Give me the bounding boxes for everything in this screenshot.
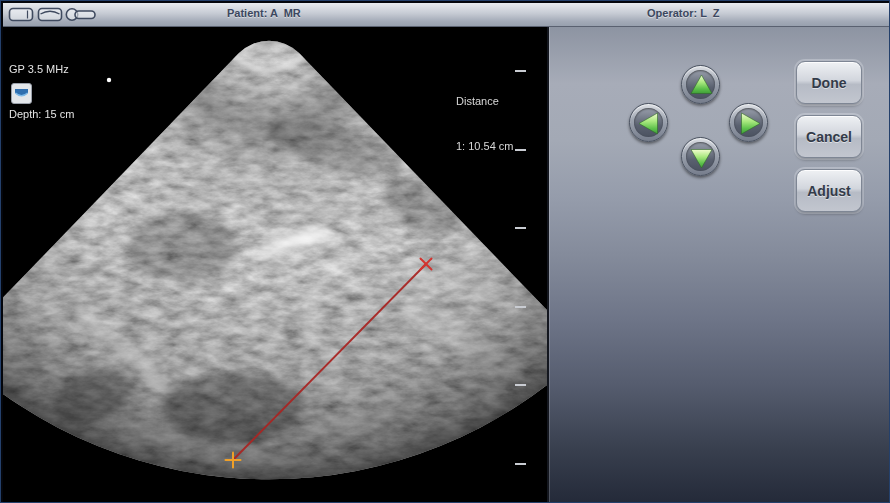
move-right-button[interactable] [729, 103, 768, 142]
done-button[interactable]: Done [796, 61, 862, 104]
arrow-up-icon [682, 66, 721, 105]
patient-label: Patient: A MR [227, 7, 301, 19]
arrow-down-icon [682, 138, 721, 177]
move-left-button[interactable] [629, 103, 668, 142]
ruler-tick [515, 70, 526, 72]
move-up-button[interactable] [681, 65, 720, 104]
arrow-right-icon [730, 104, 769, 143]
ruler-tick [515, 384, 526, 386]
status-icon-group [7, 5, 99, 28]
cartridge-icon[interactable] [10, 9, 33, 21]
ruler-tick [515, 227, 526, 229]
drum-icon[interactable] [39, 9, 62, 21]
probe-label: GP 3.5 MHz [9, 62, 74, 77]
cancel-button[interactable]: Cancel [796, 115, 862, 158]
ultrasound-console-screen: Patient: A MR Operator: L Z [0, 0, 890, 503]
top-status-bar: Patient: A MR Operator: L Z [3, 3, 889, 27]
move-down-button[interactable] [681, 137, 720, 176]
ruler-tick [515, 149, 526, 151]
control-panel: Done Cancel Adjust [547, 27, 890, 502]
measurement-title: Distance [456, 94, 513, 109]
depth-label: Depth: 15 cm [9, 107, 74, 122]
distance-readout-panel: Distance 1: 10.54 cm [456, 64, 513, 184]
focus-marker-dot [107, 78, 111, 82]
ruler-tick [515, 306, 526, 308]
operator-label: Operator: L Z [647, 7, 720, 19]
key-icon[interactable] [66, 9, 95, 20]
arrow-left-icon [630, 104, 669, 143]
adjust-button[interactable]: Adjust [796, 169, 862, 212]
ruler-tick [515, 463, 526, 465]
probe-icon[interactable] [11, 83, 32, 108]
measurement-readout: 1: 10.54 cm [456, 139, 513, 154]
ultrasound-image-area[interactable]: GP 3.5 MHz Depth: 15 cm Distance 1: 10.5… [3, 27, 547, 502]
